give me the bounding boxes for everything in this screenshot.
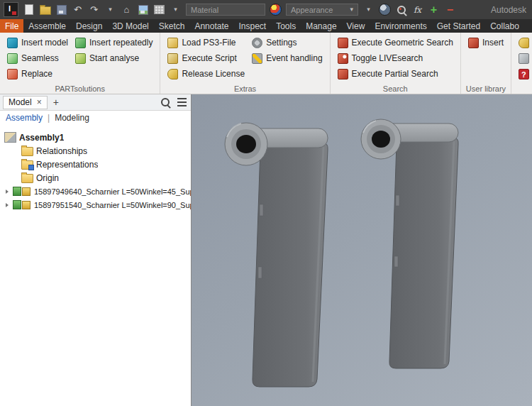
seamless-button[interactable]: Seamless: [5, 50, 70, 66]
chevron-down-icon: ▾: [174, 6, 177, 13]
tab-environments[interactable]: Environments: [370, 19, 431, 33]
plus-icon: +: [431, 4, 437, 16]
ribbon-group-extras: Load PS3-File Execute Script Release Lic…: [160, 33, 330, 94]
remove-button[interactable]: −: [444, 3, 456, 16]
ribbon-column: Licenses System info/Sup Help: [516, 35, 532, 83]
tree-item-representations[interactable]: Representations: [0, 158, 191, 171]
tab-3d-model[interactable]: 3D Model: [107, 19, 153, 33]
redo-dropdown[interactable]: ▾: [104, 3, 116, 16]
expander-icon[interactable]: [6, 190, 9, 194]
licenses-button[interactable]: Licenses: [516, 35, 532, 50]
tab-design[interactable]: Design: [71, 19, 107, 33]
tab-view[interactable]: View: [342, 19, 370, 33]
ribbon-column: Load PS3-File Execute Script Release Lic…: [165, 35, 247, 83]
system-info-icon: [519, 53, 529, 64]
workspace: Model × + Assembly | Modeling Assembly1: [0, 94, 532, 406]
ribbon-group-help: Licenses System info/Sup Help: [511, 33, 532, 94]
expander-icon[interactable]: [6, 203, 9, 207]
open-button[interactable]: [39, 3, 51, 16]
help-button[interactable]: Help: [516, 66, 532, 82]
tab-get-started[interactable]: Get Started: [432, 19, 485, 33]
appearance-select[interactable]: Appearance ▾: [286, 4, 358, 16]
undo-icon: ↶: [74, 5, 82, 14]
viewport-3d[interactable]: [192, 94, 532, 406]
model-browser-panel: Model × + Assembly | Modeling Assembly1: [0, 94, 192, 406]
home-icon: ⌂: [124, 5, 130, 14]
insert-repeatedly-icon: [75, 38, 86, 48]
tab-inspect[interactable]: Inspect: [233, 19, 271, 33]
user-library-insert-button[interactable]: Insert: [466, 35, 506, 50]
insert-repeatedly-button[interactable]: Insert repeatedly: [73, 35, 155, 50]
tab-annotate[interactable]: Annotate: [189, 19, 233, 33]
tab-file[interactable]: File: [0, 19, 23, 33]
table-button[interactable]: [153, 3, 165, 16]
chevron-down-icon: ▾: [350, 6, 353, 13]
insert-model-button[interactable]: Insert model: [5, 35, 70, 50]
parameters-button[interactable]: fx: [411, 3, 423, 16]
tab-manage[interactable]: Manage: [301, 19, 341, 33]
ribbon-group-user-library: Insert User library: [461, 33, 511, 94]
search-button[interactable]: [395, 3, 407, 16]
chevron-down-icon: ▾: [109, 6, 112, 13]
button-label: Seamless: [21, 53, 59, 63]
tab-tools[interactable]: Tools: [271, 19, 301, 33]
replace-button[interactable]: Replace: [5, 66, 70, 82]
folder-icon: [21, 147, 33, 156]
open-folder-icon: [40, 6, 51, 15]
new-file-button[interactable]: [23, 3, 35, 16]
appearance-dropdown[interactable]: ▾: [362, 3, 375, 16]
execute-geometric-search-button[interactable]: Execute Geometric Search: [336, 35, 455, 50]
browser-search-icon[interactable]: [161, 98, 170, 106]
settings-button[interactable]: Settings: [250, 35, 324, 50]
representations-folder-icon: [21, 160, 33, 170]
execute-script-button[interactable]: Execute Script: [165, 50, 247, 66]
tree-item-part-90[interactable]: 15897951540_Scharnier L=50Winkel=90_Supp…: [0, 198, 191, 212]
tree-item-part-45[interactable]: 15897949640_Scharnier L=50Winkel=45_Supp…: [0, 185, 191, 198]
browser-menu-icon[interactable]: [177, 98, 187, 106]
toggle-livesearch-button[interactable]: Toggle LIVEsearch: [336, 50, 455, 66]
redo-button[interactable]: ↷: [88, 3, 100, 16]
close-icon[interactable]: ×: [37, 98, 42, 106]
shaded-sphere-icon: [379, 4, 391, 16]
folder-icon: [21, 174, 33, 183]
ribbon-group-partsolutions: Insert model Seamless Replace Insert rep…: [0, 33, 160, 94]
insert-icon: [468, 38, 479, 48]
release-license-button[interactable]: Release License: [165, 66, 247, 82]
save-button[interactable]: [55, 3, 67, 16]
livesearch-icon: [338, 53, 348, 64]
button-label: Insert model: [21, 38, 68, 48]
ribbon-group-label: User library: [461, 84, 511, 93]
add-button[interactable]: +: [428, 3, 440, 16]
browser-tab-label: Model: [9, 97, 32, 107]
tab-collaborate[interactable]: Collabo: [485, 19, 524, 33]
undo-button[interactable]: ↶: [72, 3, 84, 16]
tab-assemble[interactable]: Assemble: [23, 19, 71, 33]
save-icon: [57, 5, 67, 15]
tree-item-origin[interactable]: Origin: [0, 171, 191, 185]
start-analyse-button[interactable]: Start analyse: [73, 50, 155, 66]
material-select[interactable]: Material: [186, 4, 265, 16]
render-button[interactable]: [137, 3, 149, 16]
home-view-button[interactable]: ⌂: [121, 3, 133, 16]
tree-item-assembly1[interactable]: Assembly1: [0, 131, 191, 144]
load-ps3-file-button[interactable]: Load PS3-File: [165, 35, 247, 50]
execute-partial-search-button[interactable]: Execute Partial Search: [336, 66, 455, 82]
tab-sketch[interactable]: Sketch: [154, 19, 190, 33]
button-label: Event handling: [266, 53, 322, 63]
system-info-button[interactable]: System info/Sup: [516, 50, 532, 66]
subtab-assembly[interactable]: Assembly: [6, 113, 43, 123]
appearance-select-value: Appearance: [291, 6, 333, 14]
table-dropdown[interactable]: ▾: [170, 3, 182, 16]
hinge-left: [225, 123, 328, 387]
ribbon-group-search: Execute Geometric Search Toggle LIVEsear…: [331, 33, 461, 94]
image-icon: [138, 5, 148, 15]
subtab-divider: |: [48, 113, 50, 123]
subtab-modeling[interactable]: Modeling: [55, 113, 89, 123]
browser-tab-model[interactable]: Model ×: [3, 96, 48, 109]
event-handling-button[interactable]: Event handling: [250, 50, 324, 66]
fx-icon: fx: [414, 5, 421, 15]
tree-item-relationships[interactable]: Relationships: [0, 144, 191, 158]
button-label: Execute Geometric Search: [352, 38, 453, 48]
add-browser-tab-button[interactable]: +: [51, 97, 61, 107]
button-label: Insert repeatedly: [89, 38, 153, 48]
